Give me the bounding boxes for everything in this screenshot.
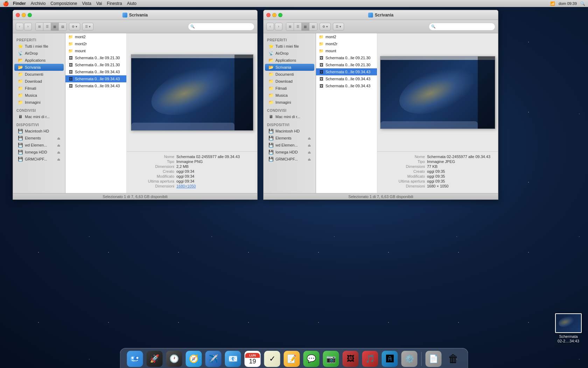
file-item-s4-left[interactable]: 🖼 Schermata 0...lle 09.34.43 (65, 75, 126, 82)
sidebar-item-immagini-left[interactable]: 📁 Immagini (14, 99, 64, 106)
eject-wd-left[interactable]: ⏏ (57, 143, 60, 147)
sidebar-item-macmini-left[interactable]: 🖥 Mac mini di r... (14, 113, 64, 120)
sidebar-item-macintosh-right[interactable]: 💾 Macintosh HD (265, 128, 314, 135)
file-item-s4-right[interactable]: 🖼 Schermata 0...lle 09.34.43 (316, 75, 377, 82)
file-item-mount-right[interactable]: 📁 mount (316, 47, 377, 54)
sidebar-item-scrivania-left[interactable]: 📂 Scrivania (14, 64, 64, 71)
sidebar-item-documenti-left[interactable]: 📁 Documenti (14, 71, 64, 78)
eject-grmchpf-right[interactable]: ⏏ (308, 157, 311, 161)
minimize-button-left[interactable] (22, 13, 26, 17)
view-icon-right[interactable]: ⊞ (286, 23, 294, 30)
eject-grmchpf-left[interactable]: ⏏ (57, 157, 60, 161)
sidebar-item-grmchpf-right[interactable]: 💾 GRMCHPF... ⏏ (265, 156, 314, 163)
menu-vista[interactable]: Vista (82, 1, 91, 6)
dock-item-sysprefs[interactable]: ⚙️ (400, 350, 419, 368)
file-item-mont2r-left[interactable]: 📁 mont2r (65, 40, 126, 47)
apple-menu[interactable]: 🍎 (3, 1, 9, 6)
sidebar-item-macmini-right[interactable]: 🖥 Mac mini di r... (265, 113, 314, 120)
sidebar-item-airdrop-left[interactable]: 📡 AirDrop (14, 50, 64, 57)
sidebar-item-immagini-right[interactable]: 📁 Immagini (265, 99, 314, 106)
file-item-s3-left[interactable]: 🖼 Schermata 0...lle 09.34.43 (65, 68, 126, 75)
view-list-left[interactable]: ☰ (43, 23, 51, 30)
menu-vai[interactable]: Vai (96, 1, 102, 6)
file-item-mount-left[interactable]: 📁 mount (65, 47, 126, 54)
view-list-right[interactable]: ☰ (294, 23, 302, 30)
eject-iomega-right[interactable]: ⏏ (308, 150, 311, 154)
sidebar-item-applications-left[interactable]: 📂 Applications (14, 57, 64, 64)
sidebar-item-applications-right[interactable]: 📂 Applications (265, 57, 314, 64)
sidebar-item-filmati-right[interactable]: 📁 Filmati (265, 85, 314, 92)
dock-item-calendar[interactable]: LUN 19 (244, 350, 262, 368)
sidebar-item-scrivania-right[interactable]: 📂 Scrivania (265, 64, 314, 71)
minimize-button-right[interactable] (272, 13, 276, 17)
sidebar-item-tutti-right[interactable]: ⭐ Tutti i miei file (265, 43, 314, 50)
close-button-right[interactable] (266, 13, 271, 17)
sidebar-item-elements-right[interactable]: 💾 Elements ⏏ (265, 135, 314, 142)
maximize-button-left[interactable] (28, 13, 32, 17)
action-button-right[interactable]: ⚙ ▾ (320, 23, 331, 30)
file-item-s1-left[interactable]: 🖼 Schermata 0...lle 09.21.30 (65, 54, 126, 61)
file-item-s5-right[interactable]: 🖼 Schermata 0...lle 09.34.43 (316, 82, 377, 89)
view-icon-left[interactable]: ⊞ (36, 23, 43, 30)
sidebar-item-download-right[interactable]: 📁 Download (265, 78, 314, 85)
eject-elements-right[interactable]: ⏏ (308, 136, 311, 140)
desktop-file-icon[interactable]: Schermata02-2....34:43 (555, 313, 582, 343)
forward-button-left[interactable]: › (24, 23, 32, 30)
dock-item-clock[interactable]: 🕐 (165, 350, 183, 368)
dock-item-facetime[interactable]: 📷 (322, 350, 340, 368)
dock-item-messages[interactable]: 💬 (302, 350, 321, 368)
sidebar-item-tutti-left[interactable]: ⭐ Tutti i miei file (14, 43, 64, 50)
sidebar-item-download-left[interactable]: 📁 Download (14, 78, 64, 85)
back-button-left[interactable]: ‹ (16, 23, 23, 30)
view-cover-left[interactable]: ▤ (59, 23, 66, 30)
file-item-mont2-left[interactable]: 📁 mont2 (65, 33, 126, 40)
eject-iomega-left[interactable]: ⏏ (57, 150, 60, 154)
sidebar-item-wd-right[interactable]: 💾 wd Elemen... ⏏ (265, 142, 314, 149)
menu-finder[interactable]: Finder (13, 1, 26, 6)
dock-item-appstore[interactable]: 🅰 (381, 350, 399, 368)
maximize-button-right[interactable] (278, 13, 282, 17)
menu-aiuto[interactable]: Aiuto (127, 1, 136, 6)
sidebar-item-musica-left[interactable]: 📁 Musica (14, 92, 64, 99)
view-column-left[interactable]: ▦ (51, 23, 59, 30)
action-button-left[interactable]: ⚙ ▾ (69, 23, 80, 30)
search-input-right[interactable] (429, 23, 495, 30)
dock-item-trash[interactable]: 🗑 (444, 350, 462, 368)
file-item-s2-right[interactable]: 🖼 Schermata 0...lle 09.21.30 (316, 61, 377, 68)
sidebar-item-elements-left[interactable]: 💾 Elements ⏏ (14, 135, 64, 142)
menu-composizione[interactable]: Composizione (50, 1, 77, 6)
dock-item-reminders[interactable]: ✓ (263, 350, 281, 368)
sidebar-item-iomega-left[interactable]: 💾 Iomega HDD ⏏ (14, 149, 64, 156)
file-item-mont2r-right[interactable]: 📁 mont2r (316, 40, 377, 47)
file-item-s2-left[interactable]: 🖼 Schermata 0...lle 09.21.30 (65, 61, 126, 68)
menubar-search-icon[interactable]: 🔍 (580, 1, 585, 6)
file-item-mont2-right[interactable]: 📁 mont2 (316, 33, 377, 40)
file-item-s5-left[interactable]: 🖼 Schermata 0...lle 09.34.43 (65, 82, 126, 89)
sidebar-item-filmati-left[interactable]: 📁 Filmati (14, 85, 64, 92)
sidebar-item-wd-left[interactable]: 💾 wd Elemen... ⏏ (14, 142, 64, 149)
sidebar-item-documenti-right[interactable]: 📁 Documenti (265, 71, 314, 78)
back-button-right[interactable]: ‹ (266, 23, 274, 30)
close-button-left[interactable] (16, 13, 20, 17)
dock-item-doc[interactable]: 📄 (425, 350, 443, 368)
dock-item-itunes[interactable]: 🎵 (361, 350, 379, 368)
view-cover-right[interactable]: ▤ (309, 23, 317, 30)
search-input-left[interactable] (188, 23, 254, 30)
file-item-s3-right[interactable]: 🖼 Schermata 0...lle 09.34.43 (316, 68, 377, 75)
dock-item-finder[interactable] (126, 350, 144, 368)
eject-elements-left[interactable]: ⏏ (57, 136, 60, 140)
dock-item-photos[interactable]: 🖼 (342, 350, 360, 368)
view-column-right[interactable]: ▦ (302, 23, 309, 30)
arrange-button-right[interactable]: ☰ ▾ (333, 23, 344, 30)
eject-wd-right[interactable]: ⏏ (308, 143, 311, 147)
dock-item-mail-send[interactable]: ✈️ (204, 350, 223, 368)
dock-item-notes[interactable]: 📝 (283, 350, 301, 368)
menu-finestra[interactable]: Finestra (107, 1, 122, 6)
menu-archivio[interactable]: Archivio (31, 1, 46, 6)
dock-item-launchpad[interactable]: 🚀 (146, 350, 164, 368)
sidebar-item-macintosh-left[interactable]: 💾 Macintosh HD (14, 128, 64, 135)
dock-item-safari[interactable]: 🧭 (185, 350, 203, 368)
arrange-button-left[interactable]: ☰ ▾ (82, 23, 93, 30)
forward-button-right[interactable]: › (275, 23, 282, 30)
sidebar-item-musica-right[interactable]: 📁 Musica (265, 92, 314, 99)
